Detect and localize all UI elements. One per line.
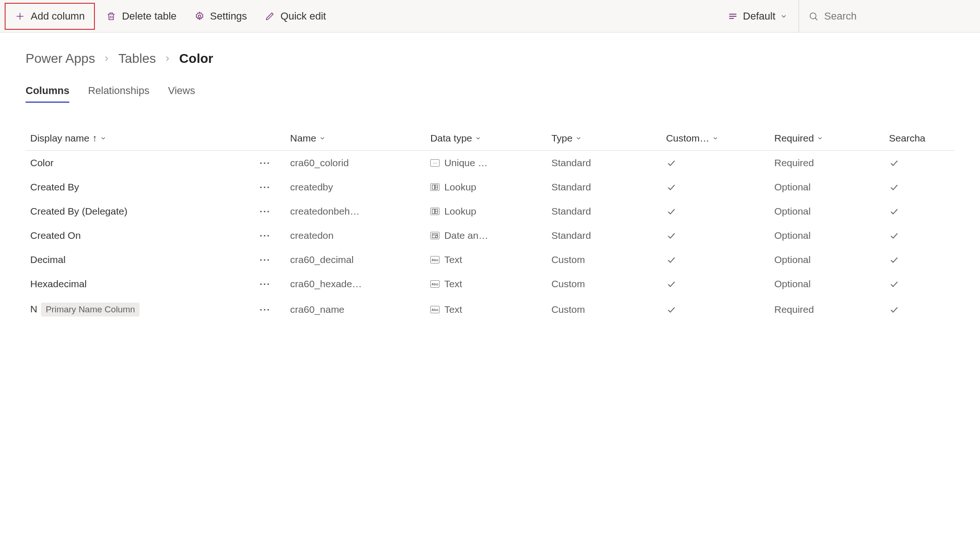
chevron-down-icon — [575, 135, 582, 142]
primary-name-badge: Primary Name Column — [41, 303, 140, 317]
columns-table-wrap: Display name ↑ Name — [26, 126, 954, 323]
cell-type: Standard — [547, 199, 661, 223]
row-more-button[interactable]: ··· — [260, 230, 271, 241]
cell-searchable — [884, 199, 954, 223]
table-row[interactable]: Created By···createdbyLookupStandardOpti… — [26, 175, 954, 199]
svg-point-2 — [198, 15, 201, 18]
row-more-button[interactable]: ··· — [260, 304, 271, 315]
search-box[interactable] — [799, 0, 975, 32]
cell-display-name: Created On — [30, 230, 81, 241]
row-more-button[interactable]: ··· — [260, 254, 271, 265]
cell-type: Standard — [547, 151, 661, 175]
delete-table-label: Delete table — [122, 10, 176, 22]
cell-searchable — [884, 248, 954, 272]
cell-searchable — [884, 223, 954, 248]
svg-line-7 — [815, 18, 818, 20]
cell-display-name: Color — [30, 157, 53, 168]
cell-required: Optional — [770, 175, 885, 199]
table-row[interactable]: Color···cra60_colorid-·-Unique …Standard… — [26, 151, 954, 175]
header-required[interactable]: Required — [774, 133, 880, 144]
settings-button[interactable]: Settings — [188, 6, 254, 27]
tab-views[interactable]: Views — [168, 85, 195, 103]
text-icon: Abc — [430, 280, 440, 288]
chevron-down-icon — [100, 135, 107, 142]
tab-columns[interactable]: Columns — [26, 85, 69, 103]
breadcrumb-current: Color — [179, 51, 213, 66]
cell-type: Custom — [547, 296, 661, 323]
plus-icon — [15, 11, 25, 21]
cell-name: cra60_hexade… — [286, 272, 426, 296]
row-more-button[interactable]: ··· — [260, 206, 271, 216]
cell-name: cra60_colorid — [286, 151, 426, 175]
cell-data-type: Lookup — [430, 182, 542, 193]
table-row[interactable]: Hexadecimal···cra60_hexade…AbcTextCustom… — [26, 272, 954, 296]
command-bar: Add column Delete table Settings Quick e… — [0, 0, 980, 33]
cell-required: Required — [770, 296, 885, 323]
table-row[interactable]: Created On···createdonDate an…StandardOp… — [26, 223, 954, 248]
cell-custom — [661, 248, 770, 272]
search-input[interactable] — [824, 10, 966, 22]
row-more-button[interactable]: ··· — [260, 157, 271, 168]
pencil-icon — [265, 11, 275, 21]
cell-custom — [661, 175, 770, 199]
add-column-label: Add column — [31, 10, 85, 22]
cell-type: Standard — [547, 175, 661, 199]
row-more-button[interactable]: ··· — [260, 278, 271, 289]
cell-data-type: AbcText — [430, 254, 542, 265]
cell-display-name: Created By — [30, 182, 79, 192]
cell-name: createdon — [286, 223, 426, 248]
chevron-down-icon — [817, 135, 823, 142]
header-custom[interactable]: Custom… — [666, 133, 765, 144]
breadcrumb: Power Apps Tables Color — [26, 51, 954, 66]
chevron-down-icon — [475, 135, 481, 142]
row-more-button[interactable]: ··· — [260, 182, 271, 192]
delete-table-button[interactable]: Delete table — [100, 6, 183, 27]
breadcrumb-root[interactable]: Power Apps — [26, 51, 95, 66]
header-searchable[interactable]: Searcha — [889, 133, 950, 144]
quick-edit-button[interactable]: Quick edit — [258, 6, 333, 27]
cell-display-name: Created By (Delegate) — [30, 206, 127, 216]
cell-name: cra60_decimal — [286, 248, 426, 272]
chevron-down-icon — [319, 135, 326, 142]
highlight-add-column: Add column — [5, 3, 95, 30]
svg-rect-8 — [432, 185, 434, 189]
text-icon: Abc — [430, 256, 440, 263]
tab-bar: Columns Relationships Views — [26, 85, 954, 103]
table-row[interactable]: NPrimary Name Column···cra60_nameAbcText… — [26, 296, 954, 323]
header-type[interactable]: Type — [551, 133, 657, 144]
unique-id-icon: -·- — [430, 159, 440, 167]
command-bar-left: Add column Delete table Settings Quick e… — [5, 3, 717, 30]
gear-icon — [194, 11, 205, 21]
cell-data-type: -·-Unique … — [430, 157, 542, 169]
cell-custom — [661, 199, 770, 223]
add-column-button[interactable]: Add column — [8, 6, 91, 27]
header-display-name[interactable]: Display name ↑ — [30, 133, 250, 144]
cell-required: Required — [770, 151, 885, 175]
breadcrumb-tables[interactable]: Tables — [118, 51, 156, 66]
svg-rect-10 — [432, 209, 434, 213]
cell-data-type: Date an… — [430, 230, 542, 241]
cell-required: Optional — [770, 223, 885, 248]
cell-searchable — [884, 272, 954, 296]
table-row[interactable]: Created By (Delegate)···createdonbeh…Loo… — [26, 199, 954, 223]
cell-name: createdby — [286, 175, 426, 199]
list-icon — [728, 11, 738, 21]
settings-label: Settings — [210, 10, 247, 22]
cell-type: Standard — [547, 223, 661, 248]
cell-required: Optional — [770, 248, 885, 272]
cell-name: createdonbeh… — [286, 199, 426, 223]
lookup-icon — [430, 208, 440, 215]
view-selector[interactable]: Default — [721, 6, 794, 27]
cell-required: Optional — [770, 272, 885, 296]
cell-display-name: N — [30, 304, 37, 314]
header-name[interactable]: Name — [290, 133, 421, 144]
header-data-type[interactable]: Data type — [430, 133, 542, 144]
datetime-icon — [430, 232, 440, 239]
tab-relationships[interactable]: Relationships — [88, 85, 149, 103]
cell-custom — [661, 151, 770, 175]
lookup-icon — [430, 183, 440, 191]
chevron-down-icon — [712, 135, 719, 142]
columns-table: Display name ↑ Name — [26, 126, 954, 323]
view-selector-label: Default — [743, 10, 775, 22]
table-row[interactable]: Decimal···cra60_decimalAbcTextCustomOpti… — [26, 248, 954, 272]
